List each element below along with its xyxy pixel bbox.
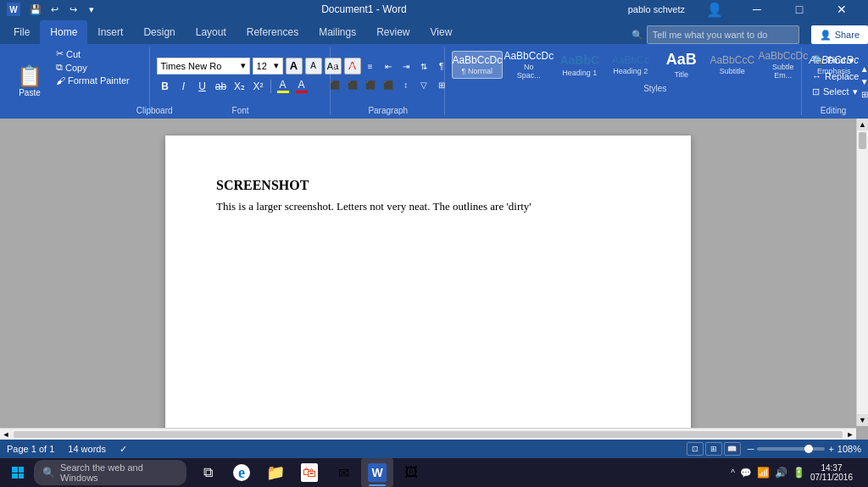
highlight-color-indicator <box>277 91 289 93</box>
maximize-btn[interactable]: □ <box>780 0 819 19</box>
share-button[interactable]: 👤 Share <box>811 25 868 44</box>
font-color-btn[interactable]: A <box>293 78 310 95</box>
line-spacing-btn[interactable]: ↕ <box>398 77 415 94</box>
scroll-thumb[interactable] <box>859 132 866 149</box>
task-view-btn[interactable]: ⧉ <box>192 458 224 487</box>
style-subtitle[interactable]: AaBbCcC Subtitle <box>708 52 757 78</box>
style-no-spacing[interactable]: AaBbCcDc No Spac... <box>504 47 554 82</box>
taskbar-search[interactable]: 🔍 Search the web and Windows <box>34 460 186 485</box>
style-subtle-em[interactable]: AaBbCcDc Subtle Em... <box>759 47 808 82</box>
read-mode-btn[interactable]: 📖 <box>724 442 741 456</box>
italic-btn[interactable]: I <box>175 78 192 95</box>
justify-btn[interactable]: ⬛ <box>380 77 397 94</box>
tab-mailings[interactable]: Mailings <box>309 20 366 44</box>
network-icon[interactable]: 📶 <box>757 467 770 479</box>
decrease-indent-btn[interactable]: ⇤ <box>380 58 397 75</box>
print-layout-btn[interactable]: ⊡ <box>687 442 704 456</box>
copy-button[interactable]: ⧉ Copy <box>53 61 133 74</box>
photos-icon: 🖼 <box>404 465 418 480</box>
format-painter-button[interactable]: 🖌 Format Painter <box>53 75 133 86</box>
scroll-down-btn[interactable]: ▼ <box>857 414 868 426</box>
align-right-btn[interactable]: ⬛ <box>362 77 379 94</box>
find-button[interactable]: 🔍 Find ▾ <box>809 53 857 68</box>
photos-app[interactable]: 🖼 <box>395 458 427 487</box>
tab-layout[interactable]: Layout <box>186 20 236 44</box>
clock[interactable]: 14:37 07/11/2016 <box>810 463 853 482</box>
replace-button[interactable]: ↔ Replace <box>809 69 862 83</box>
tab-design[interactable]: Design <box>133 20 185 44</box>
mail-app[interactable]: ✉ <box>327 458 359 487</box>
select-button[interactable]: ⊡ Select ▾ <box>809 85 861 99</box>
zoom-percent[interactable]: 108% <box>837 444 861 454</box>
document-heading[interactable]: SCREENSHOT <box>216 178 640 193</box>
start-button[interactable] <box>3 458 32 487</box>
chevron-up-icon[interactable]: ^ <box>731 468 735 478</box>
save-quick-btn[interactable]: 💾 <box>27 1 44 18</box>
bullets-btn[interactable]: ≡ <box>326 58 343 75</box>
battery-icon[interactable]: 🔋 <box>793 467 805 479</box>
undo-quick-btn[interactable]: ↩ <box>46 1 63 18</box>
files-app[interactable]: 📁 <box>259 458 292 487</box>
web-layout-btn[interactable]: ⊞ <box>705 442 722 456</box>
volume-icon[interactable]: 🔊 <box>775 467 787 479</box>
scroll-right-btn[interactable]: ► <box>844 429 856 440</box>
multilevel-btn[interactable]: ≡ <box>362 58 379 75</box>
font-size-selector[interactable]: 12 ▾ <box>253 58 283 75</box>
redo-quick-btn[interactable]: ↪ <box>64 1 81 18</box>
document-body[interactable]: This is a larger screenshot. Letters not… <box>216 200 640 213</box>
sort-btn[interactable]: ⇅ <box>415 58 432 75</box>
proofing-icon[interactable]: ✓ <box>120 444 127 455</box>
horizontal-scrollbar[interactable]: ◄ ► <box>0 428 856 440</box>
shrink-font-btn[interactable]: A <box>305 58 322 75</box>
highlight-color-btn[interactable]: A <box>275 78 292 95</box>
word-app[interactable]: W <box>361 458 393 487</box>
minimize-btn[interactable]: ─ <box>737 0 776 19</box>
grow-font-btn[interactable]: A <box>286 58 303 75</box>
scroll-left-btn[interactable]: ◄ <box>0 429 12 440</box>
notifications-icon[interactable]: 💬 <box>740 468 752 479</box>
underline-btn[interactable]: U <box>194 78 211 95</box>
windows-icon <box>12 467 24 479</box>
align-left-btn[interactable]: ⬛ <box>326 77 343 94</box>
style-title[interactable]: AaB Title <box>657 48 706 81</box>
ribbon-search-input[interactable] <box>647 25 799 44</box>
h-scroll-thumb[interactable] <box>14 431 843 438</box>
cut-button[interactable]: ✂ Cut <box>53 47 133 60</box>
word-count[interactable]: 14 words <box>68 444 106 454</box>
store-app[interactable]: 🛍 <box>293 458 326 487</box>
tab-view[interactable]: View <box>420 20 463 44</box>
tab-insert[interactable]: Insert <box>87 20 133 44</box>
tab-references[interactable]: References <box>236 20 309 44</box>
tab-file[interactable]: File <box>3 20 40 44</box>
superscript-btn[interactable]: X² <box>250 78 267 95</box>
shading-btn[interactable]: ▽ <box>415 77 432 94</box>
zoom-in-btn[interactable]: + <box>828 444 833 454</box>
font-color-indicator <box>296 91 308 93</box>
font-family-selector[interactable]: Times New Ro ▾ <box>157 58 250 75</box>
zoom-thumb[interactable] <box>804 445 813 453</box>
zoom-slider[interactable] <box>757 447 825 451</box>
tab-review[interactable]: Review <box>366 20 420 44</box>
style-heading1[interactable]: AaBbC Heading 1 <box>555 51 604 80</box>
scroll-up-btn[interactable]: ▲ <box>857 119 868 130</box>
strikethrough-btn[interactable]: ab <box>213 78 230 95</box>
style-normal[interactable]: AaBbCcDc ¶ Normal <box>452 51 503 79</box>
tab-home[interactable]: Home <box>40 20 87 44</box>
zoom-control: ─ + 108% <box>748 444 861 454</box>
paste-button[interactable]: 📋 Paste <box>10 63 49 101</box>
vertical-scrollbar[interactable]: ▲ ▼ <box>856 119 868 426</box>
page-info[interactable]: Page 1 of 1 <box>7 444 54 454</box>
bold-btn[interactable]: B <box>157 78 174 95</box>
profile-btn[interactable]: 👤 <box>695 0 734 19</box>
align-center-btn[interactable]: ⬛ <box>344 77 361 94</box>
style-heading2[interactable]: AaBbCc Heading 2 <box>606 52 655 78</box>
customize-quick-btn[interactable]: ▾ <box>83 1 100 18</box>
increase-indent-btn[interactable]: ⇥ <box>398 58 415 75</box>
document-area[interactable]: SCREENSHOT This is a larger screenshot. … <box>0 119 856 440</box>
show-desktop-btn[interactable] <box>861 458 865 487</box>
subscript-btn[interactable]: X₂ <box>231 78 248 95</box>
numbering-btn[interactable]: ≡ <box>344 58 361 75</box>
edge-app[interactable]: e <box>225 458 258 487</box>
zoom-out-btn[interactable]: ─ <box>748 444 754 454</box>
close-btn[interactable]: ✕ <box>822 0 861 19</box>
